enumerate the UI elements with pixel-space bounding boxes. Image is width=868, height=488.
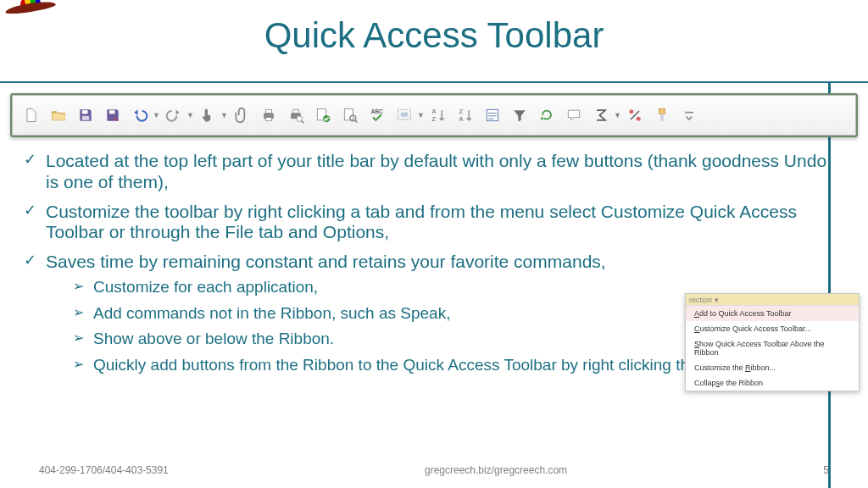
sort-desc-icon[interactable]: ZA: [453, 102, 478, 129]
attach-icon[interactable]: [229, 102, 254, 129]
svg-rect-2: [109, 110, 115, 114]
svg-point-27: [637, 117, 641, 121]
doc-search-icon[interactable]: [337, 102, 363, 129]
autosum-icon[interactable]: [588, 102, 614, 129]
context-menu-item[interactable]: Show Quick Access Toolbar Above the Ribb…: [686, 336, 859, 360]
refresh-icon[interactable]: [534, 102, 559, 129]
print-preview-icon[interactable]: [283, 102, 309, 129]
spelling-icon[interactable]: ABC: [364, 102, 390, 129]
svg-rect-5: [266, 118, 272, 121]
format-painter-icon[interactable]: [649, 102, 675, 129]
quick-access-toolbar: ▼▼▼ABC▼AZZA▼: [10, 93, 858, 137]
footer-phone: 404-299-1706/404-403-5391: [39, 464, 169, 476]
svg-text:ABC: ABC: [371, 108, 384, 114]
touch-icon-dropdown[interactable]: ▼: [220, 111, 227, 119]
svg-text:A: A: [459, 115, 464, 123]
quick-print-icon[interactable]: [256, 102, 281, 129]
svg-rect-22: [487, 109, 498, 120]
svg-rect-12: [344, 109, 353, 120]
svg-text:Z: Z: [432, 115, 437, 123]
bullet-location: Located at the top left part of your tit…: [22, 151, 837, 193]
bullet-customize: Customize the toolbar by right clicking …: [22, 202, 837, 244]
context-menu: rection ▾ Add to Quick Access ToolbarCus…: [685, 293, 860, 391]
spellcheck-ok-icon[interactable]: [310, 102, 336, 129]
context-menu-item[interactable]: Customize the Ribbon...: [686, 360, 859, 375]
comment-icon[interactable]: [561, 102, 587, 129]
context-menu-item[interactable]: Collapse the Ribbon: [686, 375, 859, 391]
redo-icon-dropdown[interactable]: ▼: [186, 111, 193, 119]
selection-icon[interactable]: [392, 102, 417, 129]
svg-rect-1: [82, 116, 89, 120]
form-icon[interactable]: [480, 102, 505, 129]
selection-icon-dropdown[interactable]: ▼: [417, 111, 424, 119]
save-as-icon[interactable]: [100, 102, 125, 129]
divider-line: [0, 81, 868, 84]
touch-icon[interactable]: [195, 102, 220, 129]
logo-hat-icon: [5, 3, 56, 12]
svg-line-14: [355, 120, 358, 123]
redo-icon[interactable]: [161, 102, 186, 129]
svg-rect-17: [401, 113, 408, 117]
new-file-icon[interactable]: [19, 102, 44, 129]
svg-rect-0: [82, 110, 88, 114]
open-folder-icon[interactable]: [46, 102, 71, 129]
svg-rect-4: [266, 109, 272, 113]
customize-icon[interactable]: [676, 102, 702, 129]
undo-icon-dropdown[interactable]: ▼: [153, 111, 159, 119]
page-title: Quick Access Toolbar: [0, 15, 868, 56]
footer-url: gregcreech.biz/gregcreech.com: [425, 464, 567, 476]
context-menu-header: rection ▾: [686, 294, 859, 306]
svg-point-8: [297, 116, 303, 122]
footer-page-number: 5: [823, 464, 829, 476]
footer: 404-299-1706/404-403-5391 gregcreech.biz…: [0, 464, 868, 476]
percent-icon[interactable]: [622, 102, 648, 129]
svg-rect-30: [660, 114, 663, 120]
context-menu-item[interactable]: Customize Quick Access Toolbar...: [686, 321, 859, 336]
context-menu-item[interactable]: Add to Quick Access Toolbar: [686, 306, 859, 321]
save-icon[interactable]: [73, 102, 98, 129]
svg-rect-7: [293, 109, 299, 113]
svg-point-26: [629, 109, 633, 114]
undo-icon[interactable]: [127, 102, 153, 129]
bullet-saves-time-text: Saves time by remaining constant and ret…: [46, 252, 606, 271]
sort-asc-icon[interactable]: AZ: [426, 102, 451, 129]
svg-rect-29: [659, 109, 665, 114]
svg-line-9: [302, 121, 304, 124]
filter-icon[interactable]: [507, 102, 532, 129]
autosum-icon-dropdown[interactable]: ▼: [614, 111, 620, 119]
